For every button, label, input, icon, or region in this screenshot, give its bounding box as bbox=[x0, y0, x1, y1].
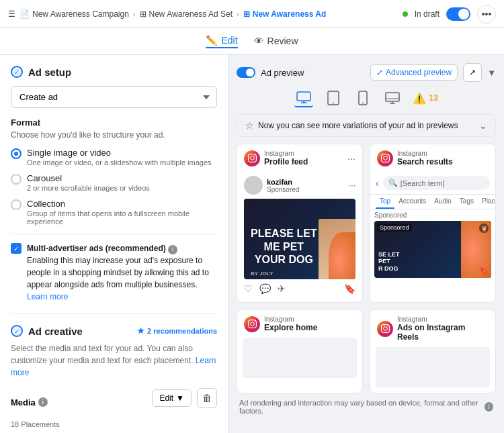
multi-advertiser-checkbox[interactable]: ✓ bbox=[11, 243, 22, 254]
svg-point-2 bbox=[333, 103, 334, 104]
tab-edit[interactable]: ✏️ Edit bbox=[206, 35, 237, 48]
media-delete-button[interactable]: 🗑 bbox=[197, 388, 217, 408]
preview-card-explore: Instagram Explore home bbox=[237, 309, 363, 393]
platform-label-4: Instagram bbox=[397, 316, 489, 323]
instagram-icon-4 bbox=[377, 321, 393, 337]
media-edit-button[interactable]: Edit ▼ bbox=[152, 389, 192, 407]
feed-share-icon[interactable]: ✈ bbox=[278, 283, 286, 294]
search-bar-row: ‹ 🔍 [Search term] bbox=[370, 172, 495, 195]
radio-single-image-circle[interactable] bbox=[11, 148, 22, 159]
breadcrumb: ☰ 📄 New Awareness Campaign › ⊞ New Aware… bbox=[8, 9, 326, 19]
multi-advertiser-label: Multi-advertiser ads (recommended) i bbox=[27, 244, 177, 253]
top-nav: ☰ 📄 New Awareness Campaign › ⊞ New Aware… bbox=[0, 0, 504, 28]
preview-card-reels-header: Instagram Ads on Instagram Reels bbox=[370, 310, 495, 347]
creative-desc: Select the media and text for your ad. Y… bbox=[11, 342, 217, 379]
breadcrumb-campaign[interactable]: 📄 New Awareness Campaign bbox=[19, 9, 129, 19]
radio-collection-circle[interactable] bbox=[11, 199, 22, 210]
ad-setup-check-icon: ✓ bbox=[11, 66, 23, 78]
warning-icon: ⚠️ bbox=[413, 92, 426, 105]
radio-single-image[interactable]: Single image or video One image or video… bbox=[11, 148, 217, 166]
breadcrumb-adset[interactable]: ⊞ New Awareness Ad Set bbox=[140, 9, 233, 19]
tablet-device-icon[interactable] bbox=[324, 89, 343, 107]
sidebar-toggle-icon[interactable]: ☰ bbox=[8, 9, 15, 19]
tab-review[interactable]: 👁 Review bbox=[254, 36, 298, 48]
share-dropdown-chevron[interactable]: ▼ bbox=[487, 68, 496, 78]
search-tabs: Top Accounts Audio Tags Places bbox=[370, 195, 495, 209]
media-label-text: Media bbox=[11, 397, 36, 407]
explore-placeholder bbox=[243, 338, 357, 378]
feed-sponsored-label: Sponsored bbox=[267, 186, 299, 193]
preview-card-profile-feed-header: Instagram Profile feed ··· bbox=[237, 144, 362, 172]
mobile-device-icon[interactable] bbox=[353, 89, 372, 107]
right-panel: Ad preview ⤢ Advanced preview ↗ ▼ bbox=[228, 55, 504, 433]
ad-creative-title: Ad creative bbox=[28, 326, 83, 337]
preview-card-search: Instagram Search results ‹ 🔍 [Search ter… bbox=[370, 144, 496, 303]
radio-single-image-desc: One image or video, or a slideshow with … bbox=[27, 158, 212, 166]
star-icon: ★ bbox=[137, 326, 144, 336]
advanced-preview-button[interactable]: ⤢ Advanced preview bbox=[370, 64, 458, 81]
radio-collection[interactable]: Collection Group of items that opens int… bbox=[11, 199, 217, 226]
radio-carousel-circle[interactable] bbox=[11, 174, 22, 185]
create-ad-dropdown[interactable]: Create ad bbox=[11, 86, 217, 108]
media-actions: Edit ▼ 🗑 bbox=[152, 388, 217, 408]
banner-text: Now you can see more variations of your … bbox=[258, 121, 458, 130]
ad-icon: ⊞ bbox=[243, 9, 250, 19]
placement-name-4: Ads on Instagram Reels bbox=[397, 323, 489, 342]
radio-carousel[interactable]: Carousel 2 or more scrollable images or … bbox=[11, 173, 217, 192]
device-icons-row: ⚠️ 13 bbox=[237, 89, 496, 107]
preview-footer: Ad rendering and interaction may vary ba… bbox=[237, 393, 496, 420]
search-magnifier-icon: 🔍 bbox=[388, 179, 398, 187]
multi-advertiser-info-icon[interactable]: i bbox=[168, 245, 177, 254]
breadcrumb-menu[interactable]: ☰ bbox=[8, 9, 15, 19]
adset-icon: ⊞ bbox=[140, 9, 146, 19]
search-input-mock[interactable]: 🔍 [Search term] bbox=[383, 176, 490, 190]
more-options-button[interactable]: ••• bbox=[477, 5, 496, 23]
footer-info-icon[interactable]: i bbox=[485, 402, 493, 412]
search-sponsored-label: Sponsored bbox=[370, 209, 495, 221]
feed-more-dots[interactable]: ··· bbox=[349, 181, 355, 190]
preview-card-reels: Instagram Ads on Instagram Reels bbox=[370, 309, 496, 393]
search-tab-accounts[interactable]: Accounts bbox=[394, 195, 430, 209]
preview-right: ⤢ Advanced preview ↗ ▼ bbox=[370, 63, 496, 82]
share-button[interactable]: ↗ bbox=[463, 63, 482, 82]
search-bookmark-icon[interactable]: 🔖 bbox=[479, 267, 489, 275]
monitor-device-icon[interactable] bbox=[383, 89, 402, 107]
feed-comment-icon[interactable]: 💬 bbox=[259, 283, 271, 294]
draft-toggle[interactable] bbox=[446, 7, 470, 21]
recommendations-badge: ★ 2 recommendations bbox=[137, 326, 217, 336]
radio-single-image-label: Single image or video bbox=[27, 148, 212, 158]
banner-chevron[interactable]: ⌄ bbox=[479, 120, 487, 131]
search-tab-audio[interactable]: Audio bbox=[430, 195, 456, 209]
search-tab-top[interactable]: Top bbox=[376, 195, 394, 209]
preview-toggle-switch[interactable] bbox=[237, 67, 255, 78]
breadcrumb-ad[interactable]: ⊞ New Awareness Ad bbox=[243, 9, 327, 19]
platform-label-2: Instagram bbox=[397, 150, 453, 157]
search-tab-places[interactable]: Places bbox=[478, 195, 496, 209]
search-tab-tags[interactable]: Tags bbox=[456, 195, 478, 209]
search-ad-sponsored-badge: Sponsored bbox=[377, 224, 412, 232]
desktop-device-icon[interactable] bbox=[294, 89, 313, 107]
warning-count: 13 bbox=[429, 93, 437, 103]
preview-more-1[interactable]: ··· bbox=[347, 153, 355, 164]
preview-grid: Instagram Profile feed ··· kozifan Spons… bbox=[237, 144, 496, 393]
search-back-icon[interactable]: ‹ bbox=[376, 178, 379, 189]
multi-advertiser-learn-more[interactable]: Learn more bbox=[27, 292, 68, 301]
search-ad-owl-icon: 🦉 bbox=[479, 224, 489, 233]
feed-bookmark-icon[interactable]: 🔖 bbox=[344, 283, 355, 294]
multi-advertiser-desc: Enabling this may increase your ad's exp… bbox=[27, 256, 209, 289]
ad-creative-header: ✓ Ad creative ★ 2 recommendations bbox=[11, 325, 217, 337]
edit-review-tabs: ✏️ Edit 👁 Review bbox=[0, 28, 504, 55]
radio-collection-label: Collection bbox=[27, 199, 217, 209]
feed-like-icon[interactable]: ♡ bbox=[244, 283, 253, 294]
main-layout: ✓ Ad setup Create ad Format Choose how y… bbox=[0, 55, 504, 433]
feed-preview-content: kozifan Sponsored ··· PLEASE LETME PETYO… bbox=[237, 172, 362, 302]
svg-rect-0 bbox=[297, 92, 310, 101]
multi-advertiser-option[interactable]: ✓ Multi-advertiser ads (recommended) i E… bbox=[11, 234, 217, 303]
instagram-icon-1 bbox=[244, 150, 260, 166]
media-info-icon[interactable]: i bbox=[38, 397, 48, 407]
preview-banner: ☆ Now you can see more variations of you… bbox=[237, 114, 496, 137]
warning-badge: ⚠️ 13 bbox=[413, 92, 437, 105]
search-ad-text: SE LETPETR DOG bbox=[378, 251, 400, 273]
ad-setup-section-header: ✓ Ad setup bbox=[11, 66, 217, 78]
radio-carousel-desc: 2 or more scrollable images or videos bbox=[27, 184, 150, 192]
